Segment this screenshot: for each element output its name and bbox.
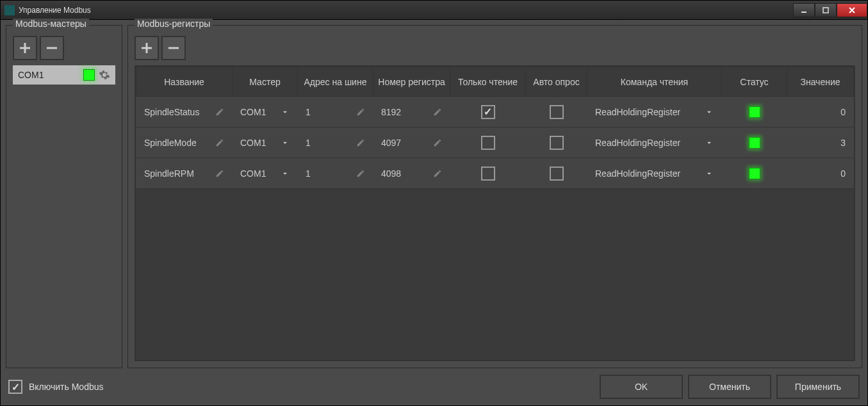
maximize-icon — [823, 7, 829, 13]
cell-cmd[interactable]: ReadHoldingRegister — [587, 127, 721, 158]
window-controls — [793, 3, 867, 17]
apply-button[interactable]: Применить — [776, 375, 860, 399]
content: Modbus-мастеры COM1 — [1, 20, 867, 405]
close-icon — [848, 6, 856, 14]
pencil-icon — [356, 108, 365, 117]
plus-icon — [18, 41, 32, 55]
footer-right: OK Отменить Применить — [600, 375, 860, 399]
cell-status — [722, 158, 787, 188]
ok-button[interactable]: OK — [600, 375, 683, 399]
cell-reg[interactable]: 4098 — [373, 158, 450, 188]
cell-cmd[interactable]: ReadHoldingRegister — [587, 158, 721, 188]
cell-addr[interactable]: 1 — [298, 127, 373, 158]
cell-ro — [450, 158, 525, 188]
cell-master[interactable]: COM1 — [233, 158, 297, 188]
chevron-down-icon — [705, 108, 714, 117]
table-row: SpindleRPMCOM114098ReadHoldingRegister0 — [136, 158, 854, 189]
cell-reg[interactable]: 8192 — [373, 97, 450, 127]
col-name: Название — [136, 67, 233, 97]
panels: Modbus-мастеры COM1 — [6, 25, 862, 368]
cell-auto — [526, 97, 587, 127]
autopoll-checkbox[interactable] — [550, 166, 564, 181]
cell-ro — [450, 127, 525, 158]
reg-text: 4097 — [381, 138, 428, 148]
remove-register-button[interactable] — [161, 36, 186, 60]
col-val: Значение — [787, 67, 854, 97]
status-indicator — [83, 69, 95, 81]
col-auto: Авто опрос — [526, 67, 587, 97]
master-text: COM1 — [240, 168, 275, 179]
col-cmd: Команда чтения — [587, 67, 722, 97]
autopoll-checkbox[interactable] — [550, 136, 564, 150]
registers-table-wrap: Название Мастер Адрес на шине Номер реги… — [135, 65, 855, 361]
cell-name[interactable]: SpindleMode — [136, 127, 232, 158]
addr-text: 1 — [306, 168, 351, 179]
autopoll-checkbox[interactable] — [550, 105, 564, 119]
status-indicator — [749, 106, 760, 118]
chevron-down-icon — [705, 169, 714, 178]
cell-master[interactable]: COM1 — [233, 127, 297, 158]
val-text: 3 — [840, 138, 846, 148]
col-master: Мастер — [233, 67, 298, 97]
cell-addr[interactable]: 1 — [298, 158, 373, 188]
readonly-checkbox[interactable] — [481, 166, 495, 181]
cancel-button[interactable]: Отменить — [688, 375, 771, 399]
addr-text: 1 — [306, 138, 351, 148]
cell-addr[interactable]: 1 — [298, 97, 373, 127]
enable-modbus-label: Включить Modbus — [29, 382, 104, 392]
minimize-button[interactable] — [793, 3, 815, 17]
maximize-button[interactable] — [815, 3, 837, 17]
cell-cmd[interactable]: ReadHoldingRegister — [587, 97, 721, 127]
enable-modbus-checkbox[interactable] — [8, 380, 22, 394]
svg-rect-0 — [801, 12, 807, 13]
pencil-icon — [215, 108, 224, 117]
master-item-label: COM1 — [18, 70, 44, 80]
masters-panel: Modbus-мастеры COM1 — [6, 25, 122, 368]
titlebar: Управление Modbus — [1, 1, 867, 20]
cell-reg[interactable]: 4097 — [373, 127, 450, 158]
cell-auto — [526, 158, 587, 188]
cell-val: 0 — [787, 158, 853, 188]
master-item-com1[interactable]: COM1 — [13, 65, 115, 85]
chevron-down-icon — [281, 169, 290, 178]
col-ro: Только чтение — [450, 67, 526, 97]
col-addr: Адрес на шине — [298, 67, 373, 97]
plus-icon — [140, 41, 154, 55]
add-master-button[interactable] — [13, 36, 37, 60]
masters-toolbar — [13, 36, 115, 60]
pencil-icon — [433, 169, 442, 178]
cell-name[interactable]: SpindleRPM — [136, 158, 232, 188]
registers-toolbar — [135, 36, 855, 60]
gear-icon[interactable] — [99, 69, 110, 81]
readonly-checkbox[interactable] — [481, 105, 495, 119]
cell-name[interactable]: SpindleStatus — [136, 97, 232, 127]
add-register-button[interactable] — [135, 36, 159, 60]
master-text: COM1 — [240, 107, 275, 117]
name-text: SpindleStatus — [144, 107, 210, 117]
status-indicator — [749, 168, 760, 179]
master-text: COM1 — [240, 138, 275, 148]
col-reg: Номер регистра — [373, 67, 450, 97]
chevron-down-icon — [705, 138, 714, 147]
cell-status — [722, 127, 787, 158]
cell-val: 3 — [787, 127, 853, 158]
remove-master-button[interactable] — [40, 36, 64, 60]
footer: Включить Modbus OK Отменить Применить — [6, 373, 862, 400]
pencil-icon — [215, 138, 224, 147]
val-text: 0 — [840, 107, 846, 117]
readonly-checkbox[interactable] — [481, 136, 495, 150]
registers-table: Название Мастер Адрес на шине Номер реги… — [136, 67, 854, 189]
registers-panel: Modbus-регистры Название Мастер — [127, 25, 862, 368]
chevron-down-icon — [281, 108, 290, 117]
table-row: SpindleStatusCOM118192ReadHoldingRegiste… — [136, 97, 854, 127]
pencil-icon — [356, 138, 365, 147]
window-title: Управление Modbus — [19, 6, 91, 15]
cell-ro — [450, 97, 525, 127]
cell-val: 0 — [787, 97, 853, 127]
cell-master[interactable]: COM1 — [233, 97, 297, 127]
addr-text: 1 — [306, 107, 351, 117]
pencil-icon — [215, 169, 224, 178]
close-button[interactable] — [837, 3, 867, 17]
cmd-text: ReadHoldingRegister — [595, 168, 700, 179]
modbus-window: Управление Modbus Modbus-мастеры — [0, 0, 868, 406]
